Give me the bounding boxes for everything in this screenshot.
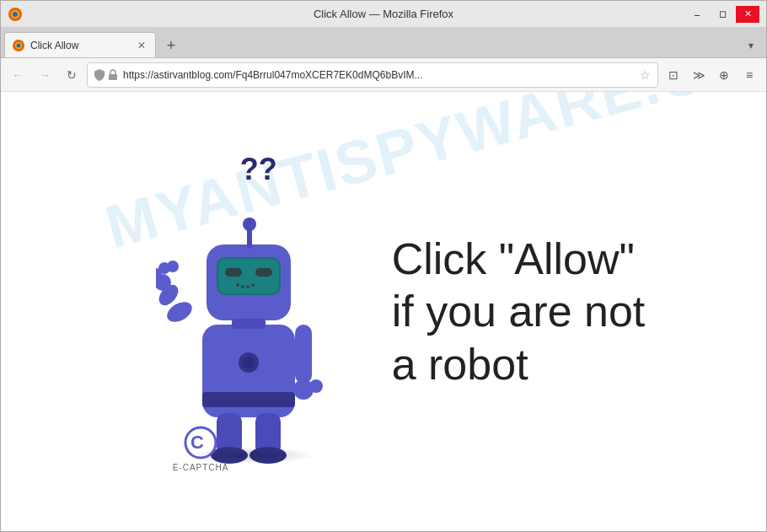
tab-title: Click Allow — [30, 40, 130, 51]
forward-button[interactable]: → — [33, 63, 56, 87]
extensions-button[interactable]: ≫ — [687, 63, 711, 87]
menu-button[interactable]: ≡ — [738, 63, 761, 87]
tab-favicon-icon — [12, 39, 25, 52]
addons-button[interactable]: ⊕ — [712, 63, 736, 87]
svg-point-22 — [246, 285, 249, 288]
titlebar-left — [8, 7, 23, 22]
svg-rect-24 — [232, 319, 266, 329]
ecaptcha-c-icon: C — [184, 426, 217, 459]
tab-dropdown-button[interactable]: ▾ — [739, 34, 763, 57]
svg-point-21 — [241, 285, 244, 288]
svg-rect-18 — [225, 268, 242, 277]
message-line2: if you are not — [392, 285, 646, 337]
shield-icon — [94, 69, 105, 81]
window-title: Click Allow — Mozilla Firefox — [314, 8, 453, 20]
new-tab-button[interactable]: + — [159, 34, 183, 57]
svg-point-2 — [13, 12, 18, 17]
pocket-button[interactable]: ⊡ — [662, 63, 685, 87]
ecaptcha-label-text: E-CAPTCHA — [173, 463, 229, 472]
robot-illustration: ?? — [122, 135, 375, 489]
tabbar: Click Allow ✕ + ▾ — [1, 28, 766, 58]
tab-close-button[interactable]: ✕ — [135, 39, 148, 52]
firefox-logo-icon — [8, 7, 23, 22]
titlebar: Click Allow — Mozilla Firefox – ◻ ✕ — [1, 1, 766, 28]
address-bar[interactable]: https://astirvantblog.com/Fq4Brrul047moX… — [87, 62, 658, 88]
page-content: MYANTISPYWARE.COM ?? — [1, 92, 766, 531]
svg-point-5 — [17, 43, 21, 47]
address-security-icons — [94, 69, 118, 81]
svg-point-23 — [251, 283, 255, 287]
navbar-right-controls: ⊡ ≫ ⊕ ≡ — [662, 63, 761, 87]
titlebar-controls: – ◻ ✕ — [685, 6, 759, 23]
svg-point-20 — [236, 283, 239, 287]
message-line3: a robot — [392, 338, 646, 390]
svg-rect-6 — [109, 74, 117, 80]
svg-text:C: C — [190, 432, 204, 453]
bookmark-star-icon[interactable]: ☆ — [640, 68, 651, 82]
minimize-button[interactable]: – — [685, 6, 709, 23]
close-button[interactable]: ✕ — [736, 6, 759, 23]
url-text: https://astirvantblog.com/Fq4Brrul047moX… — [123, 69, 635, 81]
svg-rect-29 — [295, 325, 312, 384]
svg-point-12 — [167, 261, 179, 272]
browser-window: Click Allow — Mozilla Firefox – ◻ ✕ Clic… — [0, 0, 767, 532]
navbar: ← → ↻ https://astirvantblog.com/Fq4Brrul… — [1, 58, 766, 92]
ecaptcha-logo: C E-CAPTCHA — [173, 426, 229, 472]
svg-point-31 — [309, 379, 323, 393]
page-message: Click "Allow" if you are not a robot — [392, 233, 646, 390]
restore-button[interactable]: ◻ — [711, 6, 734, 23]
svg-point-28 — [243, 357, 255, 368]
svg-rect-14 — [202, 392, 295, 407]
main-content-area: ?? — [1, 92, 766, 531]
svg-rect-19 — [255, 268, 272, 277]
lock-icon — [108, 69, 118, 81]
robot-svg-icon — [156, 177, 341, 464]
message-line1: Click "Allow" — [392, 233, 646, 285]
reload-button[interactable]: ↻ — [60, 63, 83, 87]
back-button[interactable]: ← — [6, 63, 30, 87]
svg-point-26 — [243, 218, 256, 231]
svg-rect-17 — [218, 259, 279, 293]
active-tab[interactable]: Click Allow ✕ — [4, 32, 156, 57]
